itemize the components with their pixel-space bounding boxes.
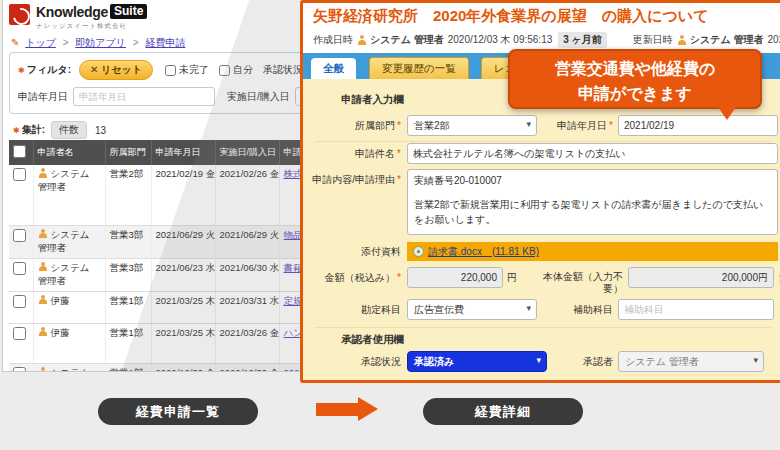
breadcrumb-apps[interactable]: 即効アプリ: [75, 37, 126, 48]
reason-label: 申請内容/申請理由*: [303, 173, 401, 187]
net-amount-label: 本体金額（入力不要）: [529, 271, 623, 295]
attachment-label: 添付資料: [303, 245, 401, 259]
breadcrumb: ✎ トップ > 即効アプリ > 経費申請: [11, 36, 185, 50]
brand-subtitle: ナレッジスイート株式会社: [36, 22, 127, 31]
user-icon: [38, 229, 48, 239]
amount-label: 金額（税込み）*: [303, 271, 401, 285]
self-checkbox-input[interactable]: [219, 65, 230, 76]
row-checkbox[interactable]: [13, 327, 26, 340]
tab-general[interactable]: 全般: [311, 58, 356, 79]
apply-date-label: 申請年月日*: [515, 119, 613, 133]
user-icon: [677, 35, 687, 45]
user-icon: [38, 327, 48, 337]
label-expense-list: 経費申請一覧: [98, 398, 258, 425]
user-icon: [38, 168, 48, 178]
section-approver: 承認者使用欄: [341, 333, 404, 347]
detail-meta: 作成日時 システム 管理者 2020/12/03 木 09:56:13 3 ヶ月…: [313, 32, 780, 48]
sub-account-label: 補助科目: [515, 303, 613, 317]
subject-label: 申請件名*: [303, 147, 401, 161]
apply-date-filter-label: 申請年月日: [18, 90, 68, 104]
breadcrumb-top[interactable]: トップ: [25, 37, 56, 48]
col-apply-date[interactable]: 申請年月日: [151, 140, 215, 165]
department-label: 所属部門*: [303, 119, 401, 133]
attachment-link[interactable]: 請求書.docx (11.81 KB): [428, 245, 539, 259]
attachment-icon: [413, 246, 424, 257]
feature-callout: 営業交通費や他経費の 申請ができます: [508, 49, 762, 109]
row-checkbox[interactable]: [13, 295, 26, 308]
detail-form: 申請者入力欄 所属部門* 営業2部▾ 申請年月日* 実施日/購入日 申請件名* …: [303, 79, 780, 380]
apply-date-filter-input[interactable]: [73, 87, 215, 106]
count-badge[interactable]: 件数: [51, 121, 87, 139]
apply-date-input[interactable]: [618, 115, 778, 136]
expense-detail-window: 矢野経済研究所 2020年外食業界の展望 の購入について 作成日時 システム 管…: [300, 0, 780, 383]
label-expense-detail: 経費詳細: [423, 398, 583, 425]
col-department[interactable]: 所属部門: [105, 140, 151, 165]
user-icon: [38, 295, 48, 305]
row-checkbox[interactable]: [13, 229, 26, 242]
incomplete-checkbox[interactable]: 未完了: [165, 63, 209, 77]
col-purchase-date[interactable]: 実施日/購入日: [215, 140, 279, 165]
row-checkbox[interactable]: [13, 367, 26, 373]
brand-badge: Suite: [110, 4, 147, 19]
count-value: 13: [95, 125, 106, 136]
purchase-date-filter-label: 実施日/購入日: [227, 90, 290, 104]
reset-button[interactable]: ✕ リセット: [79, 60, 153, 80]
brand-name: Knowledge: [36, 4, 108, 20]
incomplete-checkbox-input[interactable]: [165, 65, 176, 76]
amount-input: [407, 267, 503, 288]
summary-label: 集計:: [22, 123, 45, 137]
sub-account-input[interactable]: [618, 299, 774, 320]
filter-label: フィルタ:: [27, 63, 71, 77]
account-label: 勘定科目: [303, 303, 401, 317]
select-all-header: [9, 140, 33, 165]
subject-input[interactable]: [407, 143, 778, 164]
updated-by: システム 管理者: [690, 33, 764, 47]
flow-arrow-icon: [316, 403, 358, 416]
user-icon: [357, 35, 367, 45]
user-icon: [38, 367, 48, 373]
tab-change-history[interactable]: 変更履歴の一覧: [369, 57, 469, 79]
row-checkbox[interactable]: [13, 262, 26, 275]
age-badge: 3 ヶ月前: [558, 32, 607, 48]
callout-pointer-icon: [718, 107, 736, 120]
approval-status-label: 承認状況: [263, 63, 303, 77]
self-checkbox[interactable]: 自分: [219, 63, 253, 77]
col-applicant[interactable]: 申請者名: [33, 140, 105, 165]
approver-label: 承認者: [515, 355, 613, 369]
pencil-icon: ✎: [11, 37, 19, 48]
net-amount-input: [628, 267, 774, 288]
attachment-bar: 請求書.docx (11.81 KB): [407, 242, 778, 261]
created-label: 作成日時: [313, 33, 353, 47]
knowledgesuite-logo-icon: [9, 4, 30, 25]
collapse-marker-icon: ✱: [13, 126, 20, 135]
chevron-down-icon: ▾: [753, 355, 758, 365]
user-icon: [38, 262, 48, 272]
breadcrumb-expense[interactable]: 経費申請: [145, 37, 185, 48]
select-all-checkbox[interactable]: [13, 145, 26, 158]
created-by: システム 管理者: [370, 33, 444, 47]
summary-bar: ✱ 集計: 件数 13: [13, 121, 106, 139]
updated-at: 2020/12/28 月 16:4: [768, 33, 780, 47]
amount-unit: 円: [507, 271, 517, 285]
row-checkbox[interactable]: [13, 168, 26, 181]
collapse-marker-icon: ✱: [18, 66, 25, 75]
approval-status-label: 承認状況: [303, 355, 401, 369]
detail-title: 矢野経済研究所 2020年外食業界の展望 の購入について: [313, 7, 708, 26]
approver-select[interactable]: システム 管理者▾: [618, 351, 764, 372]
section-applicant: 申請者入力欄: [341, 93, 404, 107]
created-at: 2020/12/03 木 09:56:13: [448, 33, 553, 47]
reason-textarea[interactable]: 実績番号20-010007 営業2部で新規営業用に利用する架電リストの請求書が届…: [407, 169, 778, 235]
updated-label: 更新日時: [633, 33, 673, 47]
